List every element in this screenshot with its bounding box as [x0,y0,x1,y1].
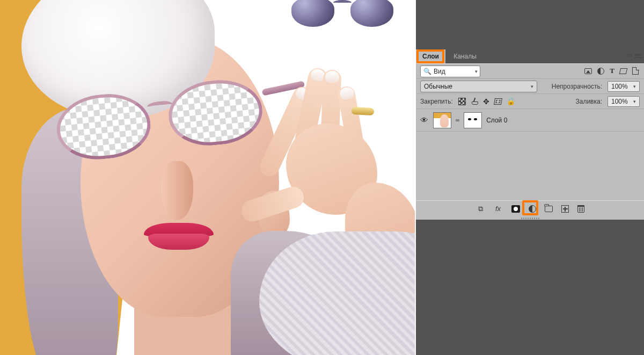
workspace-right: Слои Каналы ≫ 🔍 Вид ▾ T [416,0,644,355]
chevron-down-icon: ▾ [531,84,533,89]
layer-thumbnail[interactable] [433,112,451,128]
layer-row[interactable]: 👁 ∞ Слой 0 [416,109,644,132]
mask-link-icon[interactable]: ∞ [456,117,459,123]
filter-adjustment-icon[interactable] [597,68,604,75]
delete-layer-icon[interactable] [577,205,584,213]
tab-layers[interactable]: Слои [416,49,445,63]
lock-transparent-pixels-icon[interactable] [458,98,466,105]
layer-mask-thumbnail[interactable] [464,112,482,128]
link-layers-icon[interactable]: ⧉ [476,204,485,213]
blend-mode-value: Обычные [424,83,452,90]
fill-value: 100% [611,98,628,105]
sweater-sleeve [259,231,416,355]
chevron-down-icon: ▾ [475,69,478,74]
gold-ring [352,107,375,115]
lock-artboard-icon[interactable] [494,98,502,105]
canvas-area[interactable] [0,0,416,355]
panel-resize-grip[interactable] [416,216,644,220]
layer-filter-select[interactable]: 🔍 Вид ▾ [420,66,480,77]
search-icon: 🔍 [423,67,431,76]
filter-type-icon[interactable]: T [610,67,614,75]
layers-list[interactable]: 👁 ∞ Слой 0 [416,109,644,200]
bg-sunglasses-display [291,0,393,51]
fill-label: Заливка: [575,98,602,105]
panel-menu-icon[interactable] [634,53,642,58]
tab-channels[interactable]: Каналы [447,49,483,63]
lock-position-icon[interactable]: ✥ [483,97,489,106]
lips [144,223,214,250]
panel-collapse-icon[interactable]: ≫ [626,52,633,59]
opacity-value: 100% [611,83,628,90]
new-group-icon[interactable] [545,206,553,212]
lock-all-icon[interactable]: 🔒 [507,97,515,105]
fill-input[interactable]: 100% ▾ [608,96,640,107]
new-layer-icon[interactable] [561,205,569,213]
lock-image-pixels-icon[interactable] [471,98,478,105]
layer-style-icon[interactable]: fx [494,204,503,213]
chevron-down-icon: ▾ [633,84,636,89]
layer-filter-label: Вид [434,68,445,75]
blend-mode-select[interactable]: Обычные ▾ [420,81,537,92]
layers-panel-footer: ⧉ fx [416,200,644,216]
add-layer-mask-icon[interactable] [511,205,520,213]
filter-shape-icon[interactable] [619,68,627,74]
filter-pixel-icon[interactable] [584,68,592,74]
panel-tabbar: Слои Каналы ≫ [416,49,644,63]
opacity-label: Непрозрачность: [552,83,602,90]
visibility-toggle-icon[interactable]: 👁 [419,115,429,125]
layer-name-label[interactable]: Слой 0 [486,117,507,124]
filter-smartobj-icon[interactable] [632,67,639,75]
chevron-down-icon: ▾ [633,99,636,104]
transparent-lens-left [54,90,154,164]
opacity-input[interactable]: 100% ▾ [608,81,640,92]
nose [161,161,193,220]
layers-panel: Слои Каналы ≫ 🔍 Вид ▾ T [416,49,644,220]
new-adjustment-layer-icon[interactable] [529,205,536,213]
lock-label: Закрепить: [420,98,453,105]
